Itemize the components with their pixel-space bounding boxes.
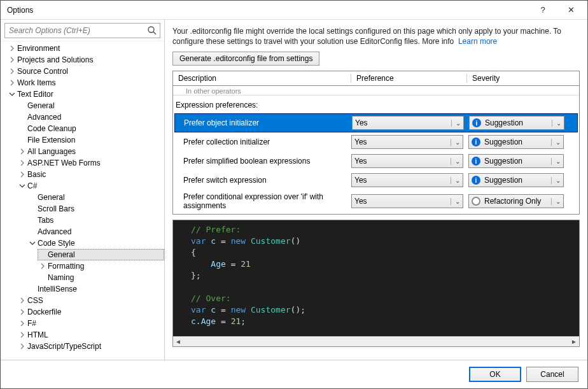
column-severity[interactable]: Severity bbox=[467, 74, 579, 83]
preference-row[interactable]: Prefer collection initializerYes⌄iSugges… bbox=[173, 132, 579, 152]
severity-dropdown[interactable]: Refactoring Only⌄ bbox=[468, 194, 564, 208]
search-input[interactable] bbox=[5, 24, 144, 38]
tree-item[interactable]: General bbox=[18, 100, 164, 111]
tree-item[interactable]: Basic bbox=[18, 169, 164, 180]
tree-item-label: Projects and Solutions bbox=[17, 54, 93, 66]
severity-dropdown[interactable]: iSuggestion⌄ bbox=[468, 135, 564, 149]
cancel-button[interactable]: Cancel bbox=[526, 367, 578, 382]
chevron-down-icon[interactable] bbox=[8, 90, 16, 98]
tree-item[interactable]: Scroll Bars bbox=[29, 203, 164, 215]
tree-item[interactable]: Formatting bbox=[39, 260, 164, 272]
dialog-footer: OK Cancel bbox=[1, 360, 587, 388]
help-button[interactable]: ? bbox=[529, 1, 557, 19]
preference-dropdown[interactable]: Yes⌄ bbox=[351, 194, 463, 208]
chevron-right-icon[interactable] bbox=[18, 159, 26, 167]
severity-dropdown[interactable]: iSuggestion⌄ bbox=[468, 154, 564, 168]
tree-item[interactable]: General bbox=[38, 249, 164, 260]
tree-item-label: Naming bbox=[48, 272, 74, 283]
column-description[interactable]: Description bbox=[173, 74, 351, 83]
search-icon bbox=[147, 25, 157, 36]
tree-item[interactable]: HTML bbox=[18, 329, 164, 341]
left-panel: EnvironmentProjects and SolutionsSource … bbox=[1, 20, 165, 360]
chevron-right-icon[interactable] bbox=[18, 171, 26, 178]
chevron-right-icon[interactable] bbox=[18, 320, 26, 327]
tree-item[interactable]: Work Items bbox=[8, 77, 164, 88]
chevron-right-icon[interactable] bbox=[39, 262, 46, 270]
chevron-right-icon[interactable] bbox=[18, 343, 26, 350]
preference-row[interactable]: Prefer conditional expression over 'if' … bbox=[173, 190, 579, 213]
severity-dropdown[interactable]: iSuggestion⌄ bbox=[468, 173, 564, 187]
tree-item[interactable]: Projects and Solutions bbox=[8, 54, 164, 66]
search-box[interactable] bbox=[4, 23, 160, 38]
chevron-right-icon[interactable] bbox=[8, 56, 16, 64]
chevron-down-icon: ⌄ bbox=[551, 139, 561, 146]
chevron-down-icon: ⌄ bbox=[551, 158, 561, 165]
chevron-down-icon[interactable] bbox=[29, 239, 36, 247]
preference-dropdown[interactable]: Yes⌄ bbox=[351, 173, 463, 187]
tree-item-label: General bbox=[27, 100, 55, 111]
severity-info-icon: i bbox=[472, 118, 481, 127]
preference-row[interactable]: Prefer object initializerYes⌄iSuggestion… bbox=[174, 113, 578, 132]
tree-item[interactable]: File Extension bbox=[18, 134, 164, 146]
severity-dropdown[interactable]: iSuggestion⌄ bbox=[469, 116, 564, 130]
tree-item[interactable]: Code Cleanup bbox=[18, 123, 164, 134]
svg-point-0 bbox=[148, 27, 154, 32]
tree-item[interactable]: Text Editor bbox=[8, 88, 164, 100]
preference-description: Prefer conditional expression over 'if' … bbox=[183, 192, 351, 210]
tree-item[interactable]: ASP.NET Web Forms bbox=[18, 157, 164, 169]
column-preference[interactable]: Preference bbox=[351, 74, 467, 83]
options-tree[interactable]: EnvironmentProjects and SolutionsSource … bbox=[1, 41, 164, 360]
preference-row[interactable]: Prefer simplified boolean expressionsYes… bbox=[173, 152, 579, 171]
chevron-right-icon[interactable] bbox=[8, 67, 16, 75]
chevron-right-icon[interactable] bbox=[18, 308, 26, 316]
tree-item-label: IntelliSense bbox=[38, 283, 77, 295]
tree-item[interactable]: CSS bbox=[18, 295, 164, 306]
tree-item[interactable]: Code Style bbox=[29, 237, 164, 249]
learn-more-link[interactable]: Learn more bbox=[458, 37, 497, 46]
tree-item[interactable]: C# bbox=[18, 180, 164, 192]
chevron-right-icon[interactable] bbox=[18, 331, 26, 339]
tree-item[interactable]: Source Control bbox=[8, 66, 164, 77]
chevron-right-icon[interactable] bbox=[8, 45, 16, 52]
code-preview: // Prefer: var c = new Customer() { Age … bbox=[172, 220, 580, 347]
dropdown-value: Yes bbox=[354, 176, 367, 185]
tree-item-label: Environment bbox=[17, 43, 60, 54]
close-button[interactable]: ✕ bbox=[557, 1, 585, 19]
dropdown-value: Suggestion bbox=[484, 138, 522, 146]
tree-item-label: ASP.NET Web Forms bbox=[27, 157, 101, 169]
preference-description: Prefer collection initializer bbox=[183, 138, 351, 146]
dropdown-value: Refactoring Only bbox=[484, 197, 541, 206]
tree-item[interactable]: Dockerfile bbox=[18, 306, 164, 318]
notice-text: Your .editorconfig file might override t… bbox=[172, 26, 580, 46]
chevron-down-icon[interactable] bbox=[18, 182, 26, 190]
tree-item[interactable]: Tabs bbox=[29, 215, 164, 226]
chevron-down-icon: ⌄ bbox=[451, 139, 460, 146]
generate-editorconfig-button[interactable]: Generate .editorconfig file from setting… bbox=[172, 52, 319, 66]
tree-item[interactable]: IntelliSense bbox=[29, 283, 164, 295]
chevron-down-icon: ⌄ bbox=[451, 177, 460, 184]
tree-item[interactable]: F# bbox=[18, 318, 164, 329]
chevron-right-icon[interactable] bbox=[18, 148, 26, 155]
scroll-left-arrow-icon[interactable]: ◄ bbox=[173, 337, 183, 346]
prev-row-truncated: In other operators bbox=[173, 86, 579, 95]
ok-button[interactable]: OK bbox=[469, 367, 521, 382]
tree-item[interactable]: All Languages bbox=[18, 146, 164, 157]
preference-dropdown[interactable]: Yes⌄ bbox=[352, 116, 464, 130]
tree-item-label: Work Items bbox=[17, 77, 55, 88]
chevron-right-icon[interactable] bbox=[8, 79, 16, 87]
chevron-right-icon[interactable] bbox=[18, 297, 26, 304]
tree-item-label: Code Style bbox=[38, 237, 75, 249]
tree-item[interactable]: Advanced bbox=[29, 226, 164, 237]
tree-item[interactable]: Advanced bbox=[18, 111, 164, 123]
tree-item-label: Scroll Bars bbox=[38, 203, 74, 215]
preference-dropdown[interactable]: Yes⌄ bbox=[351, 154, 463, 168]
code-horizontal-scrollbar[interactable]: ◄ ► bbox=[173, 336, 579, 346]
tree-item[interactable]: Naming bbox=[39, 272, 164, 283]
scroll-right-arrow-icon[interactable]: ► bbox=[569, 337, 579, 346]
tree-item[interactable]: JavaScript/TypeScript bbox=[18, 341, 164, 352]
preference-dropdown[interactable]: Yes⌄ bbox=[351, 135, 463, 149]
tree-item[interactable]: General bbox=[29, 192, 164, 203]
tree-item-label: F# bbox=[27, 318, 36, 329]
preference-row[interactable]: Prefer switch expressionYes⌄iSuggestion⌄ bbox=[173, 171, 579, 190]
tree-item[interactable]: Environment bbox=[8, 43, 164, 54]
